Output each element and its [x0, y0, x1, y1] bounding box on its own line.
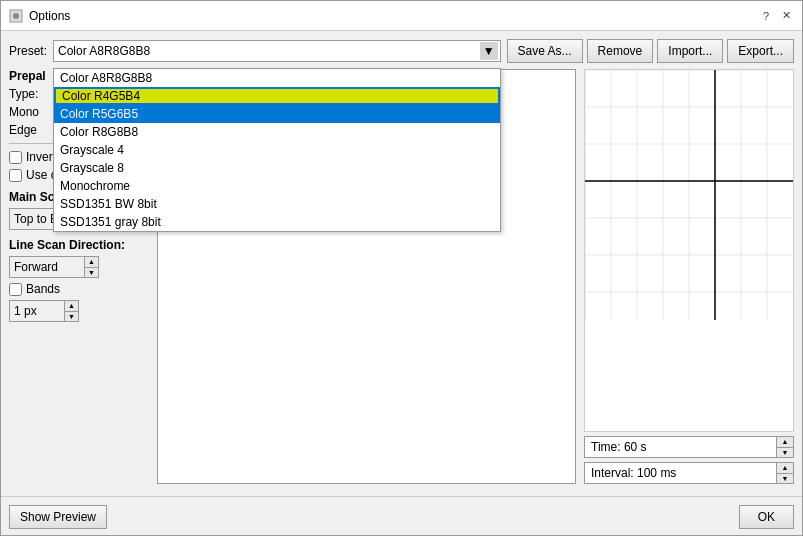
edge-label: Edge	[9, 123, 37, 137]
right-panel: Time: 60 s ▲ ▼ Interval: 100 ms ▲ ▼	[584, 69, 794, 484]
graph-grid-svg	[585, 70, 793, 431]
bands-checkbox[interactable]	[9, 283, 22, 296]
line-scan-label: Line Scan Direction:	[9, 238, 149, 252]
preset-dropdown: Color A8R8G8B8 Color R4G5B4 Color R5G6B5…	[53, 68, 501, 232]
band-size-container: 1 px ▲ ▼	[9, 300, 79, 322]
content-area: Preset: Color A8R8G8B8 ▼ Color A8R8G8B8 …	[1, 31, 802, 492]
band-size-value: 1 px	[10, 304, 64, 318]
export-button[interactable]: Export...	[727, 39, 794, 63]
preset-select-display[interactable]: Color A8R8G8B8 ▼	[53, 40, 501, 62]
show-preview-button[interactable]: Show Preview	[9, 505, 107, 529]
time-down-button[interactable]: ▼	[777, 448, 793, 458]
prepal-label: Prepal	[9, 69, 46, 83]
dropdown-item-4[interactable]: Grayscale 4	[54, 141, 500, 159]
type-label: Type:	[9, 87, 38, 101]
band-size-up[interactable]: ▲	[64, 301, 78, 312]
band-size-arrows: ▲ ▼	[64, 301, 78, 321]
mono-label: Mono	[9, 105, 39, 119]
time-spin-buttons: ▲ ▼	[776, 437, 793, 457]
close-button[interactable]: ✕	[778, 8, 794, 24]
bands-row: Bands	[9, 282, 149, 296]
time-up-button[interactable]: ▲	[777, 437, 793, 448]
line-scan-arrows: ▲ ▼	[84, 257, 98, 277]
line-scan-value: Forward	[10, 260, 84, 274]
dropdown-item-8[interactable]: SSD1351 gray 8bit	[54, 213, 500, 231]
inverse-checkbox[interactable]	[9, 151, 22, 164]
line-scan-select-row: Forward ▲ ▼	[9, 256, 149, 278]
preset-dropdown-arrow: ▼	[480, 42, 498, 60]
line-scan-down[interactable]: ▼	[84, 268, 98, 278]
interval-up-button[interactable]: ▲	[777, 463, 793, 474]
import-button[interactable]: Import...	[657, 39, 723, 63]
line-scan-up[interactable]: ▲	[84, 257, 98, 268]
line-scan-select-container: Forward ▲ ▼	[9, 256, 99, 278]
preset-buttons: Save As... Remove Import... Export...	[507, 39, 794, 63]
preset-select-container: Color A8R8G8B8 ▼ Color A8R8G8B8 Color R4…	[53, 40, 501, 62]
time-label: Time: 60 s	[585, 440, 776, 454]
preset-row: Preset: Color A8R8G8B8 ▼ Color A8R8G8B8 …	[9, 39, 794, 63]
bottom-bar: Show Preview OK	[1, 496, 802, 535]
options-icon	[9, 9, 23, 23]
preset-current-value: Color A8R8G8B8	[58, 44, 150, 58]
save-as-button[interactable]: Save As...	[507, 39, 583, 63]
svg-point-1	[13, 13, 19, 19]
interval-label: Interval: 100 ms	[585, 466, 776, 480]
time-row: Time: 60 s ▲ ▼	[584, 436, 794, 458]
interval-row: Interval: 100 ms ▲ ▼	[584, 462, 794, 484]
dropdown-item-7[interactable]: SSD1351 BW 8bit	[54, 195, 500, 213]
graph-area	[584, 69, 794, 432]
titlebar-left: Options	[9, 9, 70, 23]
options-window: Options ? ✕ Preset: Color A8R8G8B8 ▼ Col…	[0, 0, 803, 536]
bands-label: Bands	[26, 282, 60, 296]
interval-down-button[interactable]: ▼	[777, 474, 793, 484]
remove-button[interactable]: Remove	[587, 39, 654, 63]
titlebar: Options ? ✕	[1, 1, 802, 31]
dropdown-item-1[interactable]: Color R4G5B4	[54, 87, 500, 105]
dropdown-item-3[interactable]: Color R8G8B8	[54, 123, 500, 141]
band-size-row: 1 px ▲ ▼	[9, 300, 149, 322]
dropdown-item-6[interactable]: Monochrome	[54, 177, 500, 195]
dropdown-item-5[interactable]: Grayscale 8	[54, 159, 500, 177]
dropdown-item-0[interactable]: Color A8R8G8B8	[54, 69, 500, 87]
help-button[interactable]: ?	[758, 8, 774, 24]
dropdown-item-2[interactable]: Color R5G6B5	[54, 105, 500, 123]
titlebar-controls: ? ✕	[758, 8, 794, 24]
custom-script-checkbox[interactable]	[9, 169, 22, 182]
band-size-down[interactable]: ▼	[64, 312, 78, 322]
window-title: Options	[29, 9, 70, 23]
interval-spin-buttons: ▲ ▼	[776, 463, 793, 483]
preset-label: Preset:	[9, 44, 47, 58]
ok-button[interactable]: OK	[739, 505, 794, 529]
